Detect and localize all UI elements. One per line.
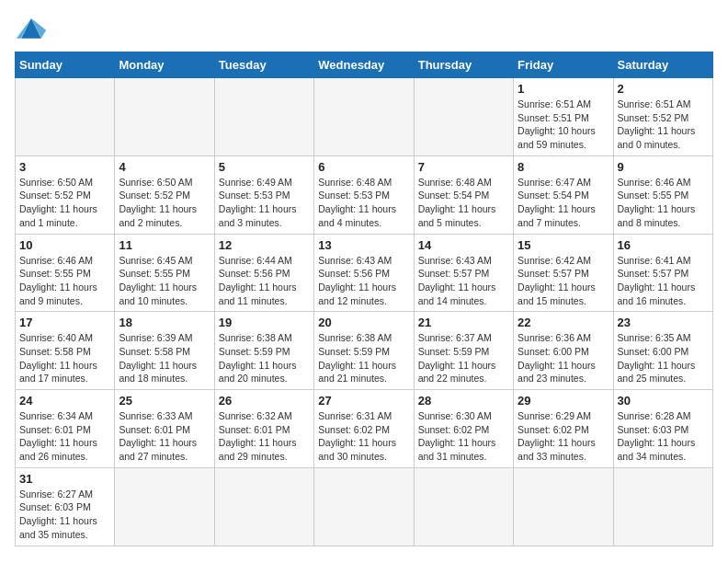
calendar-cell [514, 467, 613, 546]
day-number: 21 [418, 316, 509, 329]
calendar-cell: 26Sunrise: 6:32 AM Sunset: 6:01 PM Dayli… [214, 390, 313, 468]
calendar-cell [613, 467, 712, 546]
day-number: 4 [119, 160, 210, 174]
day-detail: Sunrise: 6:27 AM Sunset: 6:03 PM Dayligh… [19, 488, 110, 542]
calendar-cell: 1Sunrise: 6:51 AM Sunset: 5:51 PM Daylig… [514, 78, 613, 156]
calendar-cell: 6Sunrise: 6:48 AM Sunset: 5:53 PM Daylig… [314, 155, 414, 234]
calendar-cell: 10Sunrise: 6:46 AM Sunset: 5:55 PM Dayli… [16, 234, 115, 312]
calendar-week-row: 17Sunrise: 6:40 AM Sunset: 5:58 PM Dayli… [16, 312, 713, 390]
day-number: 31 [19, 472, 110, 486]
day-number: 28 [418, 394, 509, 408]
calendar-header: SundayMondayTuesdayWednesdayThursdayFrid… [16, 52, 713, 78]
day-detail: Sunrise: 6:38 AM Sunset: 5:59 PM Dayligh… [318, 331, 409, 385]
day-number: 16 [618, 238, 709, 252]
calendar-cell [414, 467, 513, 546]
header-row: SundayMondayTuesdayWednesdayThursdayFrid… [16, 52, 713, 78]
calendar-cell: 2Sunrise: 6:51 AM Sunset: 5:52 PM Daylig… [613, 78, 712, 156]
day-number: 17 [19, 316, 110, 329]
calendar-cell: 23Sunrise: 6:35 AM Sunset: 6:00 PM Dayli… [613, 312, 712, 390]
day-detail: Sunrise: 6:48 AM Sunset: 5:54 PM Dayligh… [418, 176, 509, 230]
calendar-week-row: 3Sunrise: 6:50 AM Sunset: 5:52 PM Daylig… [16, 155, 713, 234]
calendar-table: SundayMondayTuesdayWednesdayThursdayFrid… [15, 52, 713, 546]
calendar-cell: 19Sunrise: 6:38 AM Sunset: 5:59 PM Dayli… [214, 312, 313, 390]
day-detail: Sunrise: 6:47 AM Sunset: 5:54 PM Dayligh… [518, 176, 609, 230]
day-number: 30 [618, 394, 709, 408]
day-number: 13 [318, 238, 409, 252]
day-of-week-header: Wednesday [314, 52, 414, 78]
calendar-cell [115, 467, 214, 546]
calendar-cell: 9Sunrise: 6:46 AM Sunset: 5:55 PM Daylig… [613, 155, 712, 234]
calendar-cell [314, 78, 414, 156]
day-detail: Sunrise: 6:50 AM Sunset: 5:52 PM Dayligh… [19, 176, 110, 230]
day-number: 10 [19, 238, 110, 252]
logo-icon [15, 15, 48, 40]
day-detail: Sunrise: 6:43 AM Sunset: 5:57 PM Dayligh… [418, 254, 509, 308]
calendar-cell [214, 467, 313, 546]
day-detail: Sunrise: 6:44 AM Sunset: 5:56 PM Dayligh… [219, 254, 310, 308]
calendar-cell [414, 78, 513, 156]
day-detail: Sunrise: 6:41 AM Sunset: 5:57 PM Dayligh… [618, 254, 709, 308]
day-of-week-header: Thursday [414, 52, 513, 78]
day-detail: Sunrise: 6:37 AM Sunset: 5:59 PM Dayligh… [418, 331, 509, 385]
calendar-cell: 22Sunrise: 6:36 AM Sunset: 6:00 PM Dayli… [514, 312, 613, 390]
day-detail: Sunrise: 6:33 AM Sunset: 6:01 PM Dayligh… [119, 409, 210, 464]
calendar-cell: 17Sunrise: 6:40 AM Sunset: 5:58 PM Dayli… [16, 312, 115, 390]
day-detail: Sunrise: 6:46 AM Sunset: 5:55 PM Dayligh… [19, 254, 110, 308]
day-number: 23 [618, 316, 709, 329]
logo [15, 15, 53, 40]
calendar-cell: 15Sunrise: 6:42 AM Sunset: 5:57 PM Dayli… [514, 234, 613, 312]
calendar-week-row: 10Sunrise: 6:46 AM Sunset: 5:55 PM Dayli… [16, 234, 713, 312]
calendar-cell: 27Sunrise: 6:31 AM Sunset: 6:02 PM Dayli… [314, 390, 414, 468]
day-number: 5 [219, 160, 310, 174]
calendar-cell [214, 78, 313, 156]
day-detail: Sunrise: 6:45 AM Sunset: 5:55 PM Dayligh… [119, 254, 210, 308]
day-of-week-header: Sunday [16, 52, 115, 78]
day-detail: Sunrise: 6:31 AM Sunset: 6:02 PM Dayligh… [318, 409, 409, 464]
day-detail: Sunrise: 6:40 AM Sunset: 5:58 PM Dayligh… [19, 331, 110, 385]
day-number: 22 [518, 316, 609, 329]
calendar-cell: 18Sunrise: 6:39 AM Sunset: 5:58 PM Dayli… [115, 312, 214, 390]
day-detail: Sunrise: 6:51 AM Sunset: 5:52 PM Dayligh… [618, 98, 709, 152]
day-detail: Sunrise: 6:49 AM Sunset: 5:53 PM Dayligh… [219, 176, 310, 230]
calendar-cell: 14Sunrise: 6:43 AM Sunset: 5:57 PM Dayli… [414, 234, 513, 312]
day-detail: Sunrise: 6:46 AM Sunset: 5:55 PM Dayligh… [618, 176, 709, 230]
day-detail: Sunrise: 6:34 AM Sunset: 6:01 PM Dayligh… [19, 409, 110, 464]
calendar-cell: 12Sunrise: 6:44 AM Sunset: 5:56 PM Dayli… [214, 234, 313, 312]
day-of-week-header: Saturday [613, 52, 712, 78]
day-detail: Sunrise: 6:42 AM Sunset: 5:57 PM Dayligh… [518, 254, 609, 308]
day-number: 7 [418, 160, 509, 174]
day-number: 2 [618, 82, 709, 96]
day-detail: Sunrise: 6:43 AM Sunset: 5:56 PM Dayligh… [318, 254, 409, 308]
calendar-cell [314, 467, 414, 546]
day-number: 19 [219, 316, 310, 329]
calendar-cell: 3Sunrise: 6:50 AM Sunset: 5:52 PM Daylig… [16, 155, 115, 234]
calendar-cell: 7Sunrise: 6:48 AM Sunset: 5:54 PM Daylig… [414, 155, 513, 234]
calendar-cell: 8Sunrise: 6:47 AM Sunset: 5:54 PM Daylig… [514, 155, 613, 234]
calendar-cell [16, 78, 115, 156]
calendar-cell: 5Sunrise: 6:49 AM Sunset: 5:53 PM Daylig… [214, 155, 313, 234]
calendar-cell [115, 78, 214, 156]
day-number: 14 [418, 238, 509, 252]
day-of-week-header: Tuesday [214, 52, 313, 78]
page-header [15, 15, 713, 40]
calendar-cell: 20Sunrise: 6:38 AM Sunset: 5:59 PM Dayli… [314, 312, 414, 390]
day-number: 24 [19, 394, 110, 408]
calendar-body: 1Sunrise: 6:51 AM Sunset: 5:51 PM Daylig… [16, 78, 713, 546]
day-number: 1 [518, 82, 609, 96]
calendar-week-row: 24Sunrise: 6:34 AM Sunset: 6:01 PM Dayli… [16, 390, 713, 468]
day-detail: Sunrise: 6:48 AM Sunset: 5:53 PM Dayligh… [318, 176, 409, 230]
day-detail: Sunrise: 6:39 AM Sunset: 5:58 PM Dayligh… [119, 331, 210, 385]
calendar-cell: 25Sunrise: 6:33 AM Sunset: 6:01 PM Dayli… [115, 390, 214, 468]
day-number: 18 [119, 316, 210, 329]
day-number: 25 [119, 394, 210, 408]
day-detail: Sunrise: 6:50 AM Sunset: 5:52 PM Dayligh… [119, 176, 210, 230]
day-number: 6 [318, 160, 409, 174]
day-detail: Sunrise: 6:35 AM Sunset: 6:00 PM Dayligh… [618, 331, 709, 385]
day-detail: Sunrise: 6:30 AM Sunset: 6:02 PM Dayligh… [418, 409, 509, 464]
day-detail: Sunrise: 6:32 AM Sunset: 6:01 PM Dayligh… [219, 409, 310, 464]
calendar-week-row: 1Sunrise: 6:51 AM Sunset: 5:51 PM Daylig… [16, 78, 713, 156]
day-number: 20 [318, 316, 409, 329]
day-number: 3 [19, 160, 110, 174]
calendar-cell: 13Sunrise: 6:43 AM Sunset: 5:56 PM Dayli… [314, 234, 414, 312]
day-number: 12 [219, 238, 310, 252]
